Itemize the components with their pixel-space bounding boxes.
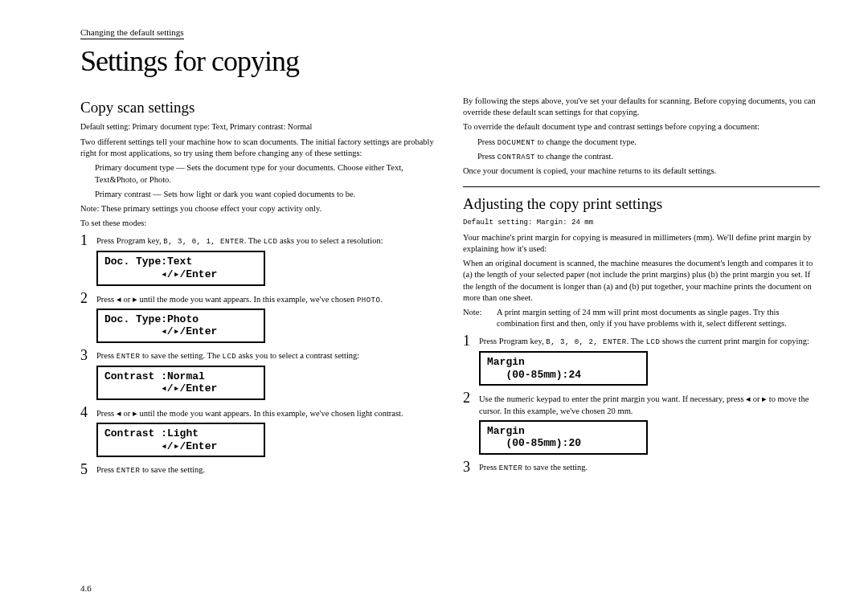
- definition-contrast: Primary contrast — Sets how light or dar…: [95, 189, 437, 200]
- divider: [463, 186, 820, 187]
- lcd-display: Contrast :Light ◂/▸/Enter: [96, 423, 265, 457]
- page-title: Settings for copying: [80, 44, 820, 78]
- lcd-line-2: ◂/▸/Enter: [104, 440, 257, 453]
- lcd-line-2: (00-85mm):24: [487, 369, 640, 382]
- lcd-line-1: Doc. Type:Photo: [104, 313, 257, 326]
- key-document: DOCUMENT: [497, 139, 535, 147]
- note-body: These primary settings you choose effect…: [101, 204, 321, 213]
- section-copy-print-title: Adjusting the copy print settings: [463, 194, 820, 215]
- default-setting-line: Default setting: Margin: 24 mm: [463, 218, 820, 227]
- step-text: Press: [96, 295, 117, 304]
- lcd-display: Margin (00-85mm):20: [479, 420, 648, 455]
- step-text: or: [121, 409, 133, 418]
- step-text: . The: [244, 236, 264, 245]
- lcd-word: LCD: [222, 353, 236, 361]
- step-text: to save the setting.: [140, 465, 205, 474]
- bullet-text: Press: [477, 152, 497, 161]
- lcd-display: Margin (00-85mm):24: [479, 351, 648, 386]
- key-enter: ENTER: [499, 464, 523, 472]
- bullet-document: Press DOCUMENT to change the document ty…: [477, 137, 820, 148]
- step-1: 1 Press Program key, B, 3, 0, 1, ENTER. …: [80, 233, 437, 247]
- lcd-word: LCD: [646, 338, 661, 346]
- step-text: Press: [96, 409, 117, 418]
- def-label: Primary document type —: [95, 163, 185, 172]
- step-3: 3 Press ENTER to save the setting.: [463, 460, 820, 474]
- lcd-line-1: Margin: [487, 425, 640, 438]
- step-text: or: [121, 295, 133, 304]
- step-text: Use the numeric keypad to enter the prin…: [479, 394, 746, 403]
- step-text: to save the setting.: [522, 463, 588, 472]
- def-label: Primary contrast —: [95, 190, 162, 198]
- step-text: until the mode you want appears. In this…: [137, 295, 357, 304]
- def-body: Sets how light or dark you want copied d…: [163, 190, 355, 198]
- lcd-line-2: ◂/▸/Enter: [104, 268, 257, 281]
- step-5: 5 Press ENTER to save the setting.: [80, 462, 437, 476]
- definition-doc-type: Primary document type — Sets the documen…: [95, 162, 437, 185]
- lcd-word: LCD: [264, 238, 278, 246]
- step-text: shows the current print margin for copyi…: [660, 337, 809, 345]
- bullet-text: to change the document type.: [535, 137, 637, 146]
- step-text: asks you to select a resolution:: [277, 236, 383, 245]
- note-body: A print margin setting of 24 mm will pri…: [497, 307, 820, 329]
- right-column: By following the steps above, you've set…: [463, 92, 820, 479]
- step-number: 1: [463, 333, 479, 348]
- lcd-display: Doc. Type:Photo ◂/▸/Enter: [96, 309, 265, 343]
- step-text: Press Program key,: [96, 236, 162, 245]
- step-number: 5: [80, 462, 96, 476]
- step-number: 2: [463, 390, 479, 405]
- step-1: 1 Press Program key, B, 3, 0, 2, ENTER. …: [463, 333, 820, 348]
- key-enter: ENTER: [117, 467, 141, 475]
- step-4: 4 Press ◂ or ▸ until the mode you want a…: [80, 405, 437, 419]
- step-text: Press Program key,: [479, 337, 544, 345]
- step-number: 1: [80, 233, 96, 247]
- lcd-display: Doc. Type:Text ◂/▸/Enter: [96, 251, 265, 285]
- intro-paragraph: Two different settings tell your machine…: [80, 137, 437, 159]
- intro-paragraph: Your machine's print margin for copying …: [463, 232, 820, 255]
- bullet-text: Press: [477, 137, 497, 146]
- key-sequence: B, 3, 0, 1, ENTER: [163, 238, 244, 246]
- lcd-line-2: ◂/▸/Enter: [104, 325, 257, 338]
- para-return-default: Once your document is copied, your machi…: [463, 166, 820, 177]
- bullet-text: to change the contrast.: [535, 152, 613, 161]
- note-line: Note: These primary settings you choose …: [80, 203, 437, 215]
- step-text: Press: [479, 463, 499, 472]
- step-number: 3: [463, 460, 479, 474]
- step-text: asks you to select a contrast setting:: [236, 351, 359, 360]
- para-override-intro: By following the steps above, you've set…: [463, 96, 820, 118]
- key-sequence: B, 3, 0, 2, ENTER: [546, 338, 626, 346]
- key-enter: ENTER: [117, 353, 141, 361]
- lcd-line-1: Contrast :Normal: [104, 370, 257, 383]
- lcd-line-2: (00-85mm):20: [487, 437, 640, 450]
- step-number: 3: [80, 348, 96, 362]
- note-label: Note:: [80, 204, 99, 213]
- lcd-line-1: Contrast :Light: [104, 427, 257, 440]
- note-label: Note:: [463, 307, 497, 329]
- step-2: 2 Use the numeric keypad to enter the pr…: [463, 390, 820, 416]
- step-2: 2 Press ◂ or ▸ until the mode you want a…: [80, 291, 437, 305]
- step-text: until the mode you want appears. In this…: [137, 409, 403, 418]
- lcd-line-1: Margin: [487, 356, 640, 369]
- step-text: to save the setting. The: [140, 351, 222, 360]
- section-copy-scan-title: Copy scan settings: [80, 97, 437, 118]
- step-text: . The: [627, 337, 646, 345]
- left-column: Copy scan settings Default setting: Prim…: [80, 92, 437, 479]
- step-text: or: [751, 394, 762, 403]
- page-number: 4.6: [80, 583, 92, 593]
- step-number: 2: [80, 291, 96, 305]
- choice-text: PHOTO: [357, 296, 381, 304]
- step-3: 3 Press ENTER to save the setting. The L…: [80, 348, 437, 362]
- key-contrast: CONTRAST: [497, 153, 535, 161]
- body-paragraph: When an original document is scanned, th…: [463, 258, 820, 304]
- header-breadcrumb: Changing the default settings: [80, 27, 184, 39]
- step-text: Press: [96, 351, 117, 360]
- to-set-line: To set these modes:: [80, 218, 437, 229]
- note-block: Note: A print margin setting of 24 mm wi…: [463, 307, 820, 329]
- step-text: Press: [96, 465, 117, 474]
- lcd-display: Contrast :Normal ◂/▸/Enter: [96, 366, 265, 400]
- step-text: .: [380, 295, 383, 304]
- para-override-how: To override the default document type an…: [463, 121, 820, 133]
- default-setting-line: Default setting: Primary document type: …: [80, 121, 437, 133]
- lcd-line-1: Doc. Type:Text: [104, 255, 257, 268]
- lcd-line-2: ◂/▸/Enter: [104, 382, 257, 395]
- bullet-contrast: Press CONTRAST to change the contrast.: [477, 151, 820, 162]
